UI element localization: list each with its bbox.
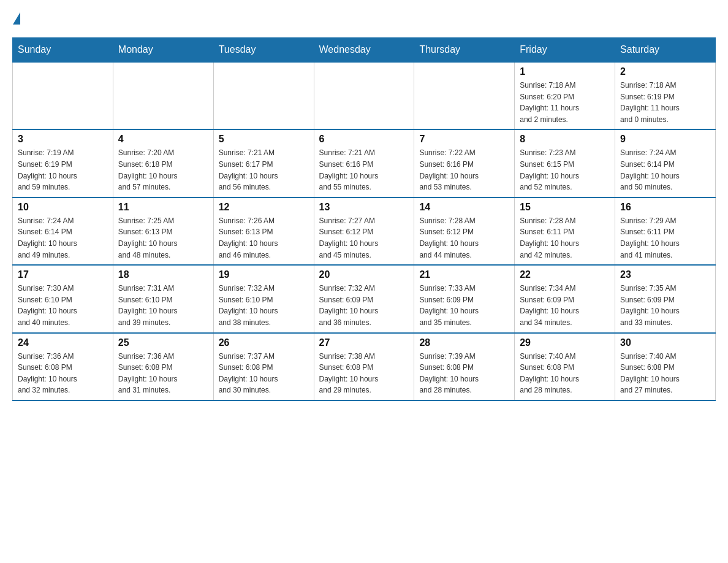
day-number: 2	[620, 66, 710, 77]
day-info: Sunrise: 7:21 AM Sunset: 6:17 PM Dayligh…	[219, 147, 309, 193]
day-info: Sunrise: 7:19 AM Sunset: 6:19 PM Dayligh…	[18, 147, 108, 193]
day-cell: 4Sunrise: 7:20 AM Sunset: 6:18 PM Daylig…	[113, 129, 213, 197]
day-info: Sunrise: 7:37 AM Sunset: 6:08 PM Dayligh…	[219, 351, 309, 396]
day-info: Sunrise: 7:40 AM Sunset: 6:08 PM Dayligh…	[620, 351, 710, 396]
weekday-tuesday: Tuesday	[213, 38, 314, 63]
calendar-table: SundayMondayTuesdayWednesdayThursdayFrid…	[12, 37, 716, 401]
day-number: 4	[118, 134, 208, 145]
day-info: Sunrise: 7:24 AM Sunset: 6:14 PM Dayligh…	[620, 147, 710, 193]
day-number: 17	[18, 269, 108, 280]
day-cell: 2Sunrise: 7:18 AM Sunset: 6:19 PM Daylig…	[615, 62, 716, 129]
day-cell: 17Sunrise: 7:30 AM Sunset: 6:10 PM Dayli…	[13, 265, 113, 332]
day-number: 18	[118, 269, 208, 280]
day-number: 25	[118, 337, 208, 348]
weekday-sunday: Sunday	[13, 38, 113, 63]
day-info: Sunrise: 7:36 AM Sunset: 6:08 PM Dayligh…	[118, 351, 208, 396]
day-cell: 22Sunrise: 7:34 AM Sunset: 6:09 PM Dayli…	[515, 265, 615, 332]
day-number: 5	[219, 134, 309, 145]
day-number: 21	[419, 269, 509, 280]
day-info: Sunrise: 7:21 AM Sunset: 6:16 PM Dayligh…	[319, 147, 409, 193]
day-info: Sunrise: 7:40 AM Sunset: 6:08 PM Dayligh…	[520, 351, 610, 396]
day-info: Sunrise: 7:36 AM Sunset: 6:08 PM Dayligh…	[18, 351, 108, 396]
day-number: 15	[520, 202, 610, 213]
day-cell: 15Sunrise: 7:28 AM Sunset: 6:11 PM Dayli…	[515, 197, 615, 265]
day-number: 16	[620, 202, 710, 213]
day-cell: 21Sunrise: 7:33 AM Sunset: 6:09 PM Dayli…	[414, 265, 515, 332]
day-cell	[314, 62, 414, 129]
day-number: 9	[620, 134, 710, 145]
day-cell: 5Sunrise: 7:21 AM Sunset: 6:17 PM Daylig…	[213, 129, 314, 197]
day-info: Sunrise: 7:28 AM Sunset: 6:12 PM Dayligh…	[419, 215, 509, 261]
weekday-monday: Monday	[113, 38, 213, 63]
day-cell: 19Sunrise: 7:32 AM Sunset: 6:10 PM Dayli…	[213, 265, 314, 332]
day-cell: 8Sunrise: 7:23 AM Sunset: 6:15 PM Daylig…	[515, 129, 615, 197]
day-number: 11	[118, 202, 208, 213]
day-cell: 7Sunrise: 7:22 AM Sunset: 6:16 PM Daylig…	[414, 129, 515, 197]
day-cell: 26Sunrise: 7:37 AM Sunset: 6:08 PM Dayli…	[213, 333, 314, 400]
day-cell: 10Sunrise: 7:24 AM Sunset: 6:14 PM Dayli…	[13, 197, 113, 265]
day-number: 30	[620, 337, 710, 348]
weekday-header-row: SundayMondayTuesdayWednesdayThursdayFrid…	[13, 38, 716, 63]
weekday-saturday: Saturday	[615, 38, 716, 63]
week-row-1: 1Sunrise: 7:18 AM Sunset: 6:20 PM Daylig…	[13, 62, 716, 129]
day-info: Sunrise: 7:30 AM Sunset: 6:10 PM Dayligh…	[18, 283, 108, 328]
day-cell: 28Sunrise: 7:39 AM Sunset: 6:08 PM Dayli…	[414, 333, 515, 400]
day-cell: 16Sunrise: 7:29 AM Sunset: 6:11 PM Dayli…	[615, 197, 716, 265]
day-cell: 14Sunrise: 7:28 AM Sunset: 6:12 PM Dayli…	[414, 197, 515, 265]
day-info: Sunrise: 7:39 AM Sunset: 6:08 PM Dayligh…	[419, 351, 509, 396]
day-cell: 30Sunrise: 7:40 AM Sunset: 6:08 PM Dayli…	[615, 333, 716, 400]
day-info: Sunrise: 7:26 AM Sunset: 6:13 PM Dayligh…	[219, 215, 309, 261]
day-number: 12	[219, 202, 309, 213]
day-info: Sunrise: 7:20 AM Sunset: 6:18 PM Dayligh…	[118, 147, 208, 193]
weekday-wednesday: Wednesday	[314, 38, 414, 63]
day-cell: 9Sunrise: 7:24 AM Sunset: 6:14 PM Daylig…	[615, 129, 716, 197]
week-row-5: 24Sunrise: 7:36 AM Sunset: 6:08 PM Dayli…	[13, 333, 716, 400]
day-info: Sunrise: 7:35 AM Sunset: 6:09 PM Dayligh…	[620, 283, 710, 328]
day-number: 23	[620, 269, 710, 280]
day-number: 14	[419, 202, 509, 213]
day-cell: 13Sunrise: 7:27 AM Sunset: 6:12 PM Dayli…	[314, 197, 414, 265]
day-number: 3	[18, 134, 108, 145]
day-cell: 6Sunrise: 7:21 AM Sunset: 6:16 PM Daylig…	[314, 129, 414, 197]
day-info: Sunrise: 7:18 AM Sunset: 6:19 PM Dayligh…	[620, 80, 710, 125]
day-info: Sunrise: 7:31 AM Sunset: 6:10 PM Dayligh…	[118, 283, 208, 328]
day-info: Sunrise: 7:24 AM Sunset: 6:14 PM Dayligh…	[18, 215, 108, 261]
logo-arrow-icon	[13, 12, 20, 25]
day-number: 19	[219, 269, 309, 280]
week-row-3: 10Sunrise: 7:24 AM Sunset: 6:14 PM Dayli…	[13, 197, 716, 265]
week-row-4: 17Sunrise: 7:30 AM Sunset: 6:10 PM Dayli…	[13, 265, 716, 332]
day-info: Sunrise: 7:38 AM Sunset: 6:08 PM Dayligh…	[319, 351, 409, 396]
day-cell: 20Sunrise: 7:32 AM Sunset: 6:09 PM Dayli…	[314, 265, 414, 332]
day-cell: 24Sunrise: 7:36 AM Sunset: 6:08 PM Dayli…	[13, 333, 113, 400]
day-cell: 11Sunrise: 7:25 AM Sunset: 6:13 PM Dayli…	[113, 197, 213, 265]
week-row-2: 3Sunrise: 7:19 AM Sunset: 6:19 PM Daylig…	[13, 129, 716, 197]
day-cell	[113, 62, 213, 129]
day-cell: 12Sunrise: 7:26 AM Sunset: 6:13 PM Dayli…	[213, 197, 314, 265]
day-cell: 1Sunrise: 7:18 AM Sunset: 6:20 PM Daylig…	[515, 62, 615, 129]
day-number: 6	[319, 134, 409, 145]
day-info: Sunrise: 7:34 AM Sunset: 6:09 PM Dayligh…	[520, 283, 610, 328]
day-number: 24	[18, 337, 108, 348]
day-info: Sunrise: 7:23 AM Sunset: 6:15 PM Dayligh…	[520, 147, 610, 193]
day-info: Sunrise: 7:28 AM Sunset: 6:11 PM Dayligh…	[520, 215, 610, 261]
logo	[12, 12, 20, 28]
day-cell: 25Sunrise: 7:36 AM Sunset: 6:08 PM Dayli…	[113, 333, 213, 400]
day-number: 29	[520, 337, 610, 348]
day-info: Sunrise: 7:29 AM Sunset: 6:11 PM Dayligh…	[620, 215, 710, 261]
day-info: Sunrise: 7:27 AM Sunset: 6:12 PM Dayligh…	[319, 215, 409, 261]
weekday-friday: Friday	[515, 38, 615, 63]
day-info: Sunrise: 7:18 AM Sunset: 6:20 PM Dayligh…	[520, 80, 610, 125]
day-cell: 18Sunrise: 7:31 AM Sunset: 6:10 PM Dayli…	[113, 265, 213, 332]
day-cell: 27Sunrise: 7:38 AM Sunset: 6:08 PM Dayli…	[314, 333, 414, 400]
day-number: 7	[419, 134, 509, 145]
page-header	[12, 12, 716, 28]
weekday-thursday: Thursday	[414, 38, 515, 63]
day-cell: 29Sunrise: 7:40 AM Sunset: 6:08 PM Dayli…	[515, 333, 615, 400]
day-info: Sunrise: 7:22 AM Sunset: 6:16 PM Dayligh…	[419, 147, 509, 193]
day-info: Sunrise: 7:32 AM Sunset: 6:09 PM Dayligh…	[319, 283, 409, 328]
day-info: Sunrise: 7:32 AM Sunset: 6:10 PM Dayligh…	[219, 283, 309, 328]
day-number: 28	[419, 337, 509, 348]
day-number: 8	[520, 134, 610, 145]
day-number: 1	[520, 66, 610, 77]
day-number: 27	[319, 337, 409, 348]
